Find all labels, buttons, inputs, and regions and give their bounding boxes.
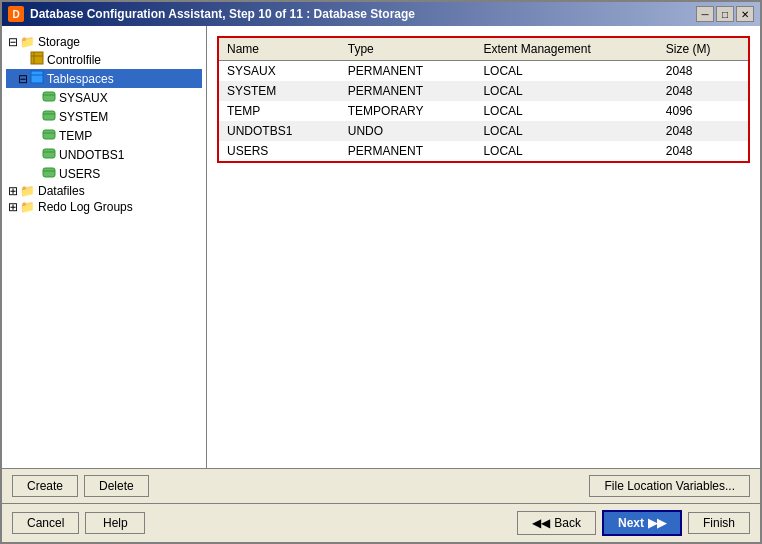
tree-item-temp[interactable]: TEMP bbox=[6, 126, 202, 145]
main-window: D Database Configuration Assistant, Step… bbox=[0, 0, 762, 544]
tree-item-tablespaces[interactable]: ⊟ Tablespaces bbox=[6, 69, 202, 88]
table-row[interactable]: SYSAUX PERMANENT LOCAL 2048 bbox=[218, 61, 749, 82]
svg-rect-7 bbox=[43, 111, 55, 120]
cell-extent: LOCAL bbox=[475, 121, 657, 141]
svg-rect-13 bbox=[43, 168, 55, 177]
tree-item-users[interactable]: USERS bbox=[6, 164, 202, 183]
col-header-size: Size (M) bbox=[658, 37, 749, 61]
col-header-name: Name bbox=[218, 37, 340, 61]
tree-panel: ⊟ 📁 Storage Controlfile ⊟ Tablespaces bbox=[2, 26, 207, 468]
folder-icon-storage: 📁 bbox=[20, 35, 35, 49]
folder-icon-redo: 📁 bbox=[20, 200, 35, 214]
disk-icon-sysaux bbox=[42, 89, 56, 106]
help-button[interactable]: Help bbox=[85, 512, 145, 534]
svg-rect-9 bbox=[43, 130, 55, 139]
tablespace-table: Name Type Extent Management Size (M) SYS… bbox=[217, 36, 750, 163]
tree-label-datafiles: Datafiles bbox=[38, 184, 85, 198]
tree-label-storage: Storage bbox=[38, 35, 80, 49]
svg-rect-3 bbox=[31, 71, 43, 83]
title-bar: D Database Configuration Assistant, Step… bbox=[2, 2, 760, 26]
cell-name: SYSTEM bbox=[218, 81, 340, 101]
table-row[interactable]: TEMP TEMPORARY LOCAL 4096 bbox=[218, 101, 749, 121]
tree-item-storage[interactable]: ⊟ 📁 Storage bbox=[6, 34, 202, 50]
cell-name: USERS bbox=[218, 141, 340, 162]
next-arrow-icon: ▶▶ bbox=[648, 516, 666, 530]
maximize-button[interactable]: □ bbox=[716, 6, 734, 22]
table-row[interactable]: USERS PERMANENT LOCAL 2048 bbox=[218, 141, 749, 162]
cell-type: PERMANENT bbox=[340, 81, 476, 101]
file-location-button[interactable]: File Location Variables... bbox=[589, 475, 750, 497]
table-row[interactable]: UNDOTBS1 UNDO LOCAL 2048 bbox=[218, 121, 749, 141]
cell-type: TEMPORARY bbox=[340, 101, 476, 121]
back-button[interactable]: ◀◀ Back bbox=[517, 511, 596, 535]
footer-bar: Cancel Help ◀◀ Back Next ▶▶ Finish bbox=[2, 503, 760, 542]
cell-extent: LOCAL bbox=[475, 141, 657, 162]
content-area: ⊟ 📁 Storage Controlfile ⊟ Tablespaces bbox=[2, 26, 760, 468]
delete-button[interactable]: Delete bbox=[84, 475, 149, 497]
svg-rect-5 bbox=[43, 92, 55, 101]
cancel-button[interactable]: Cancel bbox=[12, 512, 79, 534]
expand-icon-tablespaces: ⊟ bbox=[18, 72, 30, 86]
next-button[interactable]: Next ▶▶ bbox=[602, 510, 682, 536]
window-title: Database Configuration Assistant, Step 1… bbox=[30, 7, 415, 21]
cell-extent: LOCAL bbox=[475, 101, 657, 121]
cell-size: 2048 bbox=[658, 121, 749, 141]
cell-size: 4096 bbox=[658, 101, 749, 121]
disk-icon-system bbox=[42, 108, 56, 125]
expand-icon-storage: ⊟ bbox=[8, 35, 20, 49]
cell-extent: LOCAL bbox=[475, 61, 657, 82]
back-arrow-icon: ◀◀ bbox=[532, 516, 550, 530]
svg-rect-0 bbox=[31, 52, 43, 64]
cell-type: PERMANENT bbox=[340, 61, 476, 82]
cell-size: 2048 bbox=[658, 141, 749, 162]
cell-size: 2048 bbox=[658, 61, 749, 82]
tree-item-sysaux[interactable]: SYSAUX bbox=[6, 88, 202, 107]
tree-label-users: USERS bbox=[59, 167, 100, 181]
close-button[interactable]: ✕ bbox=[736, 6, 754, 22]
tree-label-redo: Redo Log Groups bbox=[38, 200, 133, 214]
tree-item-datafiles[interactable]: ⊞ 📁 Datafiles bbox=[6, 183, 202, 199]
tree-label-tablespaces: Tablespaces bbox=[47, 72, 114, 86]
right-panel: Name Type Extent Management Size (M) SYS… bbox=[207, 26, 760, 468]
cell-type: UNDO bbox=[340, 121, 476, 141]
tree-label-sysaux: SYSAUX bbox=[59, 91, 108, 105]
tree-label-undotbs1: UNDOTBS1 bbox=[59, 148, 124, 162]
finish-button[interactable]: Finish bbox=[688, 512, 750, 534]
tree-label-system: SYSTEM bbox=[59, 110, 108, 124]
folder-icon-datafiles: 📁 bbox=[20, 184, 35, 198]
create-button[interactable]: Create bbox=[12, 475, 78, 497]
cell-name: TEMP bbox=[218, 101, 340, 121]
tree-label-controlfile: Controlfile bbox=[47, 53, 101, 67]
cell-extent: LOCAL bbox=[475, 81, 657, 101]
col-header-extent: Extent Management bbox=[475, 37, 657, 61]
app-icon: D bbox=[8, 6, 24, 22]
tree-label-temp: TEMP bbox=[59, 129, 92, 143]
table-icon-tablespaces bbox=[30, 70, 44, 87]
next-label: Next bbox=[618, 516, 644, 530]
tree-item-controlfile[interactable]: Controlfile bbox=[6, 50, 202, 69]
disk-icon-temp bbox=[42, 127, 56, 144]
cell-name: UNDOTBS1 bbox=[218, 121, 340, 141]
disk-icon-users bbox=[42, 165, 56, 182]
expand-icon-datafiles: ⊞ bbox=[8, 184, 20, 198]
tree-item-undotbs1[interactable]: UNDOTBS1 bbox=[6, 145, 202, 164]
minimize-button[interactable]: ─ bbox=[696, 6, 714, 22]
svg-rect-11 bbox=[43, 149, 55, 158]
back-label: Back bbox=[554, 516, 581, 530]
cell-name: SYSAUX bbox=[218, 61, 340, 82]
disk-icon-undotbs1 bbox=[42, 146, 56, 163]
action-bar: Create Delete File Location Variables... bbox=[2, 468, 760, 503]
col-header-type: Type bbox=[340, 37, 476, 61]
cell-type: PERMANENT bbox=[340, 141, 476, 162]
tree-item-redo-log[interactable]: ⊞ 📁 Redo Log Groups bbox=[6, 199, 202, 215]
table-icon-controlfile bbox=[30, 51, 44, 68]
cell-size: 2048 bbox=[658, 81, 749, 101]
expand-icon-redo: ⊞ bbox=[8, 200, 20, 214]
tree-item-system[interactable]: SYSTEM bbox=[6, 107, 202, 126]
table-row[interactable]: SYSTEM PERMANENT LOCAL 2048 bbox=[218, 81, 749, 101]
